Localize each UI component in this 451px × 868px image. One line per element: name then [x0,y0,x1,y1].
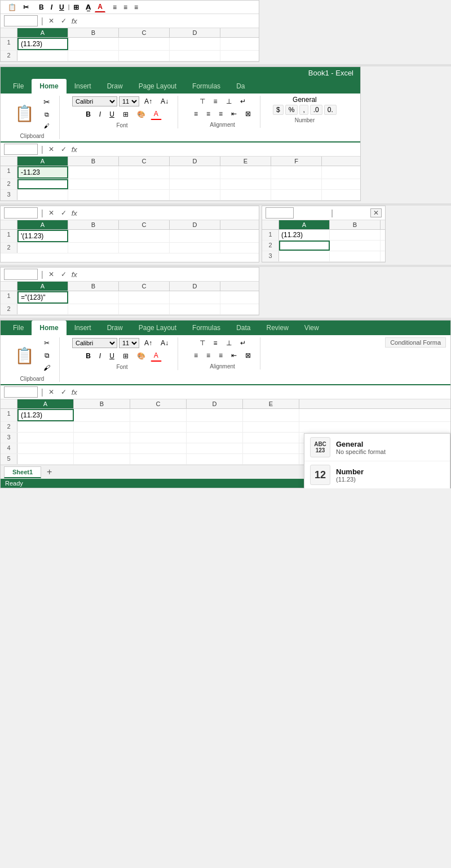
formula-input-4[interactable]: ="(123)" [81,270,255,279]
cell-C5-5[interactable] [130,454,187,464]
fill-color-button[interactable]: A̲ [83,2,94,12]
align-right[interactable]: ≡ [131,2,141,12]
border-button-2[interactable]: ⊞ [120,109,132,120]
bottom-align-2[interactable]: ⊥ [223,96,235,107]
name-box-5[interactable]: A1 [4,386,38,398]
bold-5[interactable]: B [82,350,94,362]
formula-input-1[interactable]: (11.23) [81,16,255,25]
tab-draw-2[interactable]: Draw [99,79,131,94]
cell-A2-1[interactable] [17,51,68,61]
cell-B1-4[interactable] [68,291,119,304]
cell-C4-5[interactable] [130,443,187,453]
confirm-5[interactable]: ✓ [59,388,68,396]
cell-C1-2[interactable] [119,166,170,179]
dec-decrease-2[interactable]: 0. [324,105,337,115]
cell-C3-2[interactable] [119,190,170,200]
italic-button[interactable]: I [48,2,55,12]
center-5[interactable]: ≡ [203,350,214,361]
cell-D3-5[interactable] [187,433,243,443]
formula-input-2[interactable] [81,145,357,154]
cell-B2-1[interactable] [68,51,119,61]
cell-D1-1[interactable] [170,38,220,50]
cell-A2-3a[interactable] [17,243,68,253]
cell-D2-1[interactable] [170,51,220,61]
cell-C1-3a[interactable] [119,230,170,242]
bold-button-2[interactable]: B [82,109,94,120]
cell-A2-2[interactable] [17,179,68,189]
cell-A1-1[interactable]: (11.23) [17,38,68,50]
name-box-4[interactable] [4,269,38,280]
confirm-icon-2[interactable]: ✓ [59,145,68,153]
font-color-2[interactable]: A [151,108,162,120]
italic-button-2[interactable]: I [96,109,104,120]
tab-draw-5[interactable]: Draw [99,321,131,335]
cell-B2-2[interactable] [68,179,119,189]
cell-E3-5[interactable] [243,433,299,443]
name-box-1[interactable]: A1 [4,15,38,26]
cell-C2-3a[interactable] [119,243,170,253]
tab-pagelayout-5[interactable]: Page Layout [131,321,184,335]
name-box-2[interactable]: A2 [4,144,38,155]
cell-D2-2[interactable] [170,179,220,189]
dec-font-5[interactable]: A↓ [157,337,172,349]
cell-D1-5[interactable] [187,409,243,421]
cell-C2-5[interactable] [130,422,187,432]
cell-D3-2[interactable] [170,190,220,200]
cell-F1-2[interactable] [271,166,322,179]
cell-F3-2[interactable] [271,190,322,200]
cell-C2-4[interactable] [119,304,170,314]
font-color-5[interactable]: A [151,350,162,362]
underline-button[interactable]: U [56,2,67,12]
cell-E5-5[interactable] [243,454,299,464]
cell-D1-3a[interactable] [170,230,220,242]
comma-btn-2[interactable]: , [299,105,308,115]
cell-E2-5[interactable] [243,422,299,432]
italic-5[interactable]: I [96,350,104,362]
sheet-tab-1[interactable]: Sheet1 [4,466,41,478]
left-align-2[interactable]: ≡ [191,108,201,119]
cell-A4-5[interactable] [17,443,74,453]
size-selector-5[interactable]: 11 [119,338,139,348]
cell-F2-2[interactable] [271,179,322,189]
cell-A1-3b[interactable]: (11.23) [279,230,330,240]
tab-home-2[interactable]: Home [32,79,66,94]
dropdown-item-number[interactable]: 12 Number (11.23) [304,461,450,488]
right-align-2[interactable]: ≡ [215,108,226,119]
fill-button-2[interactable]: 🎨 [134,109,149,120]
tab-home-5[interactable]: Home [32,321,66,335]
cell-E4-5[interactable] [243,443,299,453]
underline-5[interactable]: U [106,350,118,362]
cell-B3-3b[interactable] [330,251,381,261]
cell-A1-5[interactable]: (11.23) [17,409,74,421]
wrap-5[interactable]: ↵ [237,337,249,349]
tab-file-5[interactable]: File [5,321,32,335]
cancel-3a[interactable]: ✕ [47,209,56,217]
cell-D2-5[interactable] [187,422,243,432]
dec-increase-2[interactable]: .0 [310,105,322,115]
format-painter-2[interactable]: 🖌 [40,121,54,131]
cell-D1-2[interactable] [170,166,220,179]
cell-A1-4[interactable]: ="(123)" [17,291,68,304]
merge-2[interactable]: ⊠ [242,108,254,119]
cancel-4[interactable]: ✕ [47,270,56,278]
cell-A3-2[interactable] [17,190,68,200]
paste-button-2[interactable]: 📋 [11,103,38,124]
cell-C1-5[interactable] [130,409,187,421]
tab-review-5[interactable]: Review [258,321,296,335]
cell-A3-5[interactable] [17,433,74,443]
tab-data-5[interactable]: Data [228,321,258,335]
indent-5[interactable]: ⇤ [228,350,240,361]
cell-B4-5[interactable] [74,443,130,453]
tab-formulas-2[interactable]: Formulas [184,79,228,94]
formula-input-5[interactable]: (11.23) [81,388,447,397]
font-size-selector-2[interactable]: 11 [119,96,139,106]
tab-formulas-5[interactable]: Formulas [184,321,228,335]
merge-5[interactable]: ⊠ [242,350,254,361]
wrap-text-2[interactable]: ↵ [237,96,249,107]
border-button[interactable]: ⊞ [70,2,82,12]
tab-pagelayout-2[interactable]: Page Layout [131,79,184,94]
cell-B5-5[interactable] [74,454,130,464]
cell-D2-3a[interactable] [170,243,220,253]
cell-E1-2[interactable] [220,166,271,179]
cell-B1-1[interactable] [68,38,119,50]
